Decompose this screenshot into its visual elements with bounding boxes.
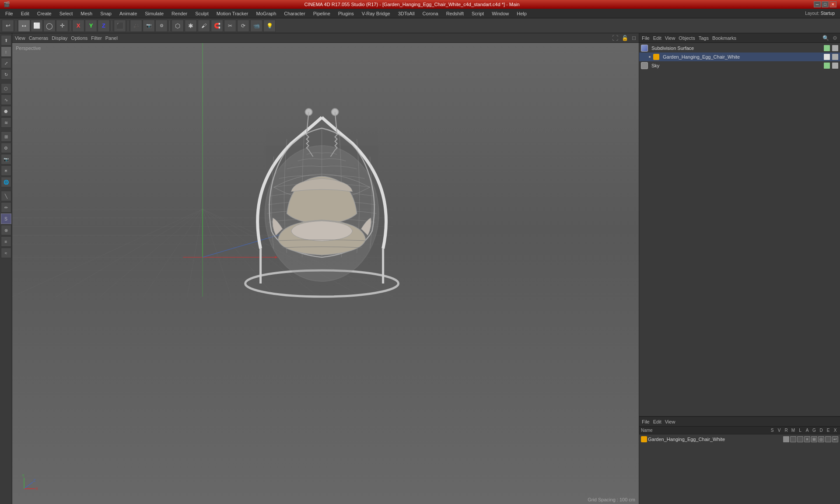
select-btn[interactable]: ✱: [185, 20, 197, 32]
menu-animate[interactable]: Animate: [116, 10, 140, 17]
left-tool-line[interactable]: ╲: [1, 191, 11, 201]
left-tool-rotate[interactable]: ↻: [1, 69, 11, 80]
om-chair-check1[interactable]: [824, 54, 830, 60]
brush-btn[interactable]: 🖌: [198, 20, 210, 32]
menu-redshift[interactable]: Redshift: [443, 10, 467, 17]
menu-mograph[interactable]: MoGraph: [252, 10, 280, 17]
om-item-subdivision[interactable]: Subdivision Surface: [639, 44, 840, 52]
left-tool-uv[interactable]: ≡: [1, 236, 11, 247]
object-btn[interactable]: ⬛: [114, 20, 126, 32]
left-tool-pen[interactable]: ✏: [1, 202, 11, 213]
y-axis-button[interactable]: Y: [85, 20, 97, 32]
viewport-fullscreen-icon[interactable]: ⊡: [632, 35, 636, 41]
menu-corona[interactable]: Corona: [419, 10, 442, 17]
menu-select[interactable]: Select: [56, 10, 77, 17]
left-tool-light[interactable]: ☀: [1, 165, 11, 176]
close-button[interactable]: ✕: [830, 1, 836, 7]
attr-icon-6[interactable]: ◎: [818, 436, 824, 442]
viewport-menu-cameras[interactable]: Cameras: [29, 35, 49, 41]
menu-character[interactable]: Character: [280, 10, 308, 17]
om-subdiv-check2[interactable]: [832, 45, 838, 51]
menu-vray[interactable]: V-Ray Bridge: [358, 10, 394, 17]
attr-menu-file[interactable]: File: [642, 419, 650, 424]
left-tool-sculpt-1[interactable]: S: [1, 214, 11, 224]
knife-btn[interactable]: ✂: [224, 20, 236, 32]
render-region-btn[interactable]: 🎥: [130, 20, 142, 32]
viewport-menu-options[interactable]: Options: [71, 35, 88, 41]
om-item-sky[interactable]: Sky: [639, 61, 840, 70]
attr-icon-1[interactable]: [783, 436, 789, 442]
om-sky-check1[interactable]: [824, 63, 830, 69]
z-axis-button[interactable]: Z: [98, 20, 110, 32]
menu-plugins[interactable]: Plugins: [335, 10, 357, 17]
attr-item-chair[interactable]: Garden_Hanging_Egg_Chair_White ≡ ⊞ ◎ ↩: [639, 434, 840, 444]
attr-icon-5[interactable]: ⊞: [811, 436, 817, 442]
menu-pipeline[interactable]: Pipeline: [310, 10, 334, 17]
loop-btn[interactable]: ⟳: [237, 20, 249, 32]
menu-help[interactable]: Help: [513, 10, 530, 17]
menu-window[interactable]: Window: [488, 10, 512, 17]
menu-motion-tracker[interactable]: Motion Tracker: [213, 10, 252, 17]
menu-sculpt[interactable]: Sculpt: [192, 10, 212, 17]
viewport-menu-display[interactable]: Display: [52, 35, 67, 41]
edge-tool-button[interactable]: ✛: [56, 20, 68, 32]
viewport-lock-icon[interactable]: 🔓: [622, 35, 628, 41]
undo-button[interactable]: ↩: [2, 20, 14, 32]
viewport[interactable]: View Cameras Display Options Filter Pane…: [12, 33, 639, 504]
light-btn[interactable]: 💡: [263, 20, 276, 32]
titlebar-controls[interactable]: ─ □ ✕: [814, 1, 836, 7]
viewport-resize-icon[interactable]: ⛶: [612, 35, 618, 42]
om-search-icon[interactable]: 🔍: [822, 35, 829, 41]
om-subdiv-check1[interactable]: [824, 45, 830, 51]
viewport-menu-panel[interactable]: Panel: [105, 35, 118, 41]
left-tool-polygon[interactable]: ⬡: [1, 83, 11, 94]
render-to-pic-btn[interactable]: 📷: [143, 20, 155, 32]
menu-create[interactable]: Create: [34, 10, 55, 17]
menu-edit[interactable]: Edit: [18, 10, 33, 17]
left-tool-generator[interactable]: ⚙: [1, 143, 11, 153]
menu-snap[interactable]: Snap: [97, 10, 115, 17]
left-tool-array[interactable]: ⊞: [1, 131, 11, 142]
left-tool-scale[interactable]: ⤢: [1, 58, 11, 68]
menu-mesh[interactable]: Mesh: [77, 10, 96, 17]
minimize-button[interactable]: ─: [814, 1, 821, 7]
menu-render[interactable]: Render: [168, 10, 191, 17]
left-tool-camera[interactable]: 📷: [1, 154, 11, 164]
left-tool-deformer[interactable]: ≋: [1, 117, 11, 128]
poly-tool-button[interactable]: ◯: [43, 20, 56, 32]
left-tool-motion[interactable]: ≈: [1, 248, 11, 258]
om-menu-file[interactable]: File: [642, 35, 650, 41]
left-tool-move[interactable]: ↕: [1, 46, 11, 57]
attr-icon-3[interactable]: [797, 436, 803, 442]
maximize-button[interactable]: □: [822, 1, 829, 7]
om-menu-objects[interactable]: Objects: [679, 35, 695, 41]
viewport-menu-view[interactable]: View: [15, 35, 25, 41]
cube-btn[interactable]: ⬡: [172, 20, 184, 32]
menu-script[interactable]: Script: [468, 10, 487, 17]
om-menu-view[interactable]: View: [665, 35, 676, 41]
left-tool-nurbs[interactable]: ⬣: [1, 106, 11, 116]
menu-3dtoall[interactable]: 3DToAll: [395, 10, 418, 17]
attr-icon-8[interactable]: ↩: [832, 436, 838, 442]
render-settings-btn[interactable]: ⚙: [155, 20, 168, 32]
magnet-btn[interactable]: 🧲: [211, 20, 223, 32]
om-menu-bookmarks[interactable]: Bookmarks: [712, 35, 736, 41]
attr-menu-edit[interactable]: Edit: [653, 419, 662, 424]
model-tool-button[interactable]: ⬜: [31, 20, 43, 32]
x-axis-button[interactable]: X: [72, 20, 84, 32]
om-chair-check2[interactable]: [832, 54, 838, 60]
om-item-chair[interactable]: Garden_Hanging_Egg_Chair_White: [639, 52, 840, 61]
attr-icon-2[interactable]: [790, 436, 796, 442]
menu-file[interactable]: File: [2, 10, 17, 17]
viewport-canvas[interactable]: Perspective: [12, 43, 639, 504]
menu-simulate[interactable]: Simulate: [141, 10, 167, 17]
left-tool-sculpt-2[interactable]: ⊗: [1, 225, 11, 235]
left-tool-scene[interactable]: 🌐: [1, 177, 11, 187]
attr-icon-4[interactable]: ≡: [804, 436, 810, 442]
om-settings-icon[interactable]: ⚙: [833, 35, 837, 41]
attr-icon-7[interactable]: [825, 436, 831, 442]
om-menu-tags[interactable]: Tags: [699, 35, 709, 41]
om-menu-edit[interactable]: Edit: [653, 35, 662, 41]
om-sky-check2[interactable]: [832, 63, 838, 69]
viewport-menu-filter[interactable]: Filter: [91, 35, 102, 41]
